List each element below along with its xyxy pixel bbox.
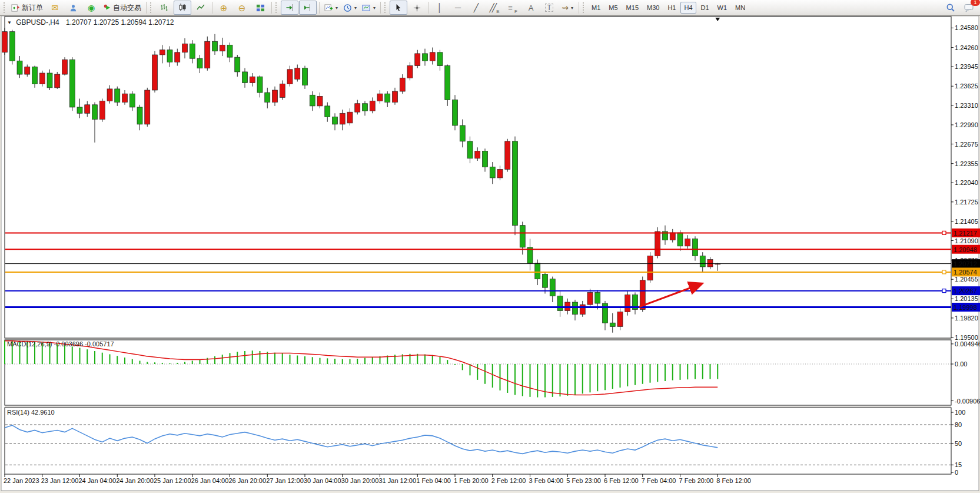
svg-text:1.22355: 1.22355 — [955, 160, 978, 167]
search-icon — [946, 3, 955, 12]
tab-timeframe-m5[interactable]: M5 — [605, 2, 621, 14]
svg-text:30 Jan 20:00: 30 Jan 20:00 — [341, 477, 379, 484]
svg-text:27 Jan 12:00: 27 Jan 12:00 — [266, 477, 304, 484]
fibonacci-button[interactable]: ≡F — [504, 1, 521, 15]
bar-chart-icon — [160, 3, 169, 12]
tab-timeframe-m15[interactable]: M15 — [623, 2, 642, 14]
templates-button[interactable]: ▾ — [360, 1, 378, 15]
svg-text:26 Jan 20:00: 26 Jan 20:00 — [229, 477, 267, 484]
svg-text:22 Jan 2023: 22 Jan 2023 — [4, 477, 39, 484]
svg-text:8 Feb 12:00: 8 Feb 12:00 — [716, 477, 751, 484]
svg-text:1.20267: 1.20267 — [954, 287, 977, 295]
toolbar-separator — [212, 2, 212, 14]
chart-title: ▼ GBPUSD-,H4 1.20707 1.20725 1.20594 1.2… — [7, 18, 174, 27]
zoom-out-button[interactable]: ⊖ — [233, 1, 251, 15]
candlestick-chart-icon — [178, 3, 187, 12]
horizontal-line-button[interactable]: ─ — [449, 1, 467, 15]
vertical-line-button[interactable]: │ — [431, 1, 449, 15]
tab-timeframe-w1[interactable]: W1 — [714, 2, 731, 14]
zoom-in-button[interactable]: ⊕ — [215, 1, 232, 15]
cursor-icon — [394, 4, 403, 12]
crosshair-button[interactable] — [408, 1, 426, 15]
toolbar-separator — [380, 2, 381, 14]
chart-canvas[interactable]: 1.245801.242601.239451.236251.233101.229… — [0, 0, 980, 493]
crosshair-icon — [413, 4, 421, 12]
svg-text:2 Feb 12:00: 2 Feb 12:00 — [491, 477, 526, 484]
chart-shift-button[interactable] — [299, 1, 317, 15]
auto-scroll-button[interactable] — [281, 1, 298, 15]
svg-text:3 Feb 04:00: 3 Feb 04:00 — [529, 477, 564, 484]
text-icon: A — [529, 4, 534, 12]
toolbar-separator — [579, 2, 579, 14]
search-button[interactable] — [942, 1, 959, 15]
auto-trading-button[interactable]: 自动交易 — [101, 1, 144, 15]
text-button[interactable]: A — [522, 1, 540, 15]
community-icon — [69, 4, 78, 12]
cursor-button[interactable] — [390, 1, 407, 15]
collapse-arrow-icon[interactable]: ▼ — [7, 20, 12, 25]
fibo-f-label: F — [514, 9, 517, 14]
community-button[interactable] — [64, 1, 82, 15]
text-label-button[interactable]: T — [540, 1, 558, 15]
news-button[interactable]: ◉ — [82, 1, 100, 15]
svg-text:1 Feb 04:00: 1 Feb 04:00 — [416, 477, 451, 484]
chart-ohlc-values: 1.20707 1.20725 1.20594 1.20712 — [66, 18, 174, 27]
svg-text:7 Feb 20:00: 7 Feb 20:00 — [679, 477, 714, 484]
rsi-pane[interactable] — [5, 408, 951, 474]
vertical-line-icon: │ — [437, 4, 443, 12]
dropdown-caret-icon: ▾ — [571, 5, 573, 11]
candlestick-chart-button[interactable] — [174, 1, 191, 15]
toolbar-separator — [146, 2, 147, 14]
clock-icon — [343, 4, 352, 12]
new-chart-button[interactable]: ▾ — [322, 1, 340, 15]
svg-text:80: 80 — [955, 421, 962, 428]
messages-button[interactable]: 1 — [960, 1, 978, 15]
svg-text:1.21217: 1.21217 — [954, 230, 977, 237]
mail-button[interactable]: ✉ — [46, 1, 64, 15]
main-pane[interactable] — [5, 16, 951, 338]
line-chart-button[interactable] — [192, 1, 210, 15]
arrows-button[interactable]: ⇝ ▾ — [559, 1, 576, 15]
tab-timeframe-m1[interactable]: M1 — [588, 2, 604, 14]
horizontal-line-icon: ─ — [455, 4, 461, 12]
svg-text:1.22675: 1.22675 — [955, 141, 978, 148]
tab-timeframe-m30[interactable]: M30 — [643, 2, 663, 14]
tab-timeframe-mn[interactable]: MN — [732, 2, 749, 14]
svg-text:1.21405: 1.21405 — [955, 218, 978, 225]
new-chart-icon — [324, 4, 333, 12]
tab-timeframe-h1[interactable]: H1 — [664, 2, 679, 14]
arrows-icon: ⇝ — [562, 4, 569, 12]
svg-text:0: 0 — [955, 469, 958, 476]
svg-text:1.20574: 1.20574 — [954, 269, 977, 276]
zoom-in-icon: ⊕ — [220, 4, 228, 12]
svg-text:1.22040: 1.22040 — [955, 179, 978, 186]
svg-text:1.21725: 1.21725 — [955, 198, 978, 206]
auto-trading-icon — [103, 4, 111, 12]
chart-symbol-period: GBPUSD-,H4 — [16, 18, 59, 27]
svg-text:1.21090: 1.21090 — [955, 237, 978, 244]
equidistant-channel-button[interactable]: ╱╱E — [486, 1, 503, 15]
svg-text:24 Jan 20:00: 24 Jan 20:00 — [116, 477, 154, 484]
svg-text:26 Jan 04:00: 26 Jan 04:00 — [191, 477, 229, 484]
profiles-button[interactable]: ▾ — [341, 1, 359, 15]
toolbar-grip — [583, 2, 586, 13]
tab-timeframe-h4[interactable]: H4 — [680, 2, 696, 14]
svg-text:1 Feb 20:00: 1 Feb 20:00 — [454, 477, 489, 484]
tile-windows-icon — [256, 4, 265, 12]
bar-chart-button[interactable] — [155, 1, 173, 15]
auto-scroll-icon — [285, 3, 294, 12]
new-order-button[interactable]: 新订单 — [9, 1, 45, 15]
svg-text:25 Jan 12:00: 25 Jan 12:00 — [154, 477, 191, 484]
chart-shift-icon — [303, 3, 313, 12]
tab-timeframe-d1[interactable]: D1 — [697, 2, 713, 14]
svg-text:1.20712: 1.20712 — [954, 260, 977, 267]
trendline-button[interactable]: ╱ — [467, 1, 485, 15]
svg-text:6 Feb 12:00: 6 Feb 12:00 — [604, 477, 639, 484]
svg-text:1.22990: 1.22990 — [955, 121, 978, 128]
svg-text:23 Jan 12:00: 23 Jan 12:00 — [41, 477, 79, 484]
new-order-icon — [11, 4, 20, 12]
svg-text:1.23310: 1.23310 — [955, 102, 978, 109]
svg-text:1.24580: 1.24580 — [955, 24, 978, 31]
news-icon: ◉ — [88, 4, 95, 12]
tile-windows-button[interactable] — [251, 1, 269, 15]
